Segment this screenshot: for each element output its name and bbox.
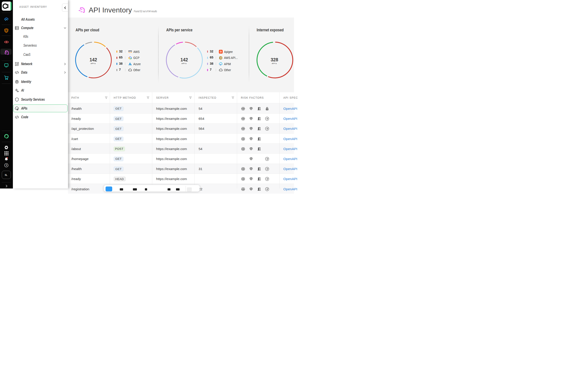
- svg-text:?: ?: [6, 164, 7, 167]
- svg-text:aws: aws: [128, 50, 132, 52]
